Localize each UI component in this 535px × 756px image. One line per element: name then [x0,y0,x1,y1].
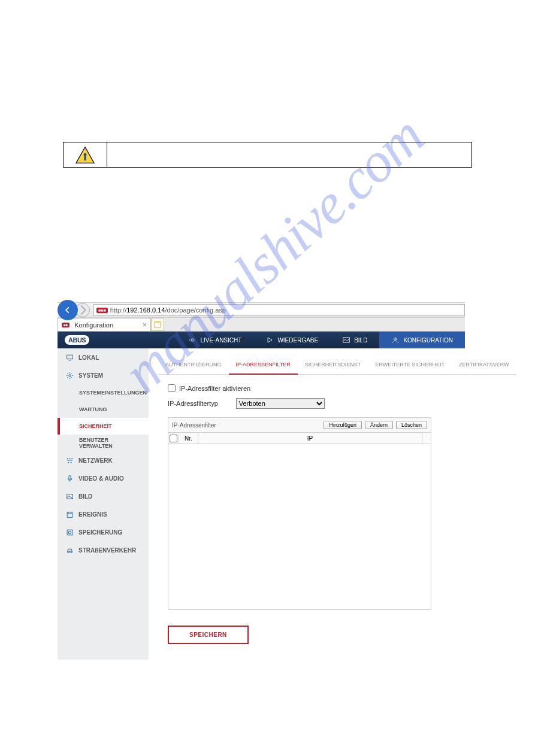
browser-window: ■■■ http://192.168.0.14/doc/page/config.… [58,302,465,660]
car-icon [66,546,74,554]
sidebar-item-label: STRAßENVERKEHR [78,547,136,554]
form-area: IP-Adressfilter aktivieren IP-Adressfilt… [158,375,516,644]
svg-point-16 [71,462,72,463]
play-icon [265,336,274,344]
edit-button[interactable]: Ändern [365,421,393,429]
svg-rect-4 [155,321,161,323]
filter-type-select[interactable]: Verboten [236,398,325,409]
ip-filter-table: IP-Adressenfilter Hinzufügen Ändern Lösc… [168,417,431,610]
address-bar: ■■■ http://192.168.0.14/doc/page/config.… [58,302,465,318]
sidebar-item-security[interactable]: SICHERHEIT [58,418,149,435]
svg-rect-17 [69,475,71,479]
sidebar-item-traffic[interactable]: STRAßENVERKEHR [58,541,149,559]
table-header: IP-Adressenfilter Hinzufügen Ändern Lösc… [168,418,431,432]
tab-ip-filter[interactable]: IP-ADRESSENFILTER [229,357,298,375]
gear-icon [66,372,74,379]
svg-rect-2 [84,156,86,160]
url-host: 192.168.0.14 [126,306,165,314]
warning-icon-cell [64,142,107,167]
sidebar-item-label: BENUTZER VERWALTEN [79,437,140,449]
sidebar-item-network[interactable]: NETZWERK [58,451,149,469]
url-prefix: http:// [110,306,127,314]
sidebar-item-video-audio[interactable]: VIDEO & AUDIO [58,469,149,487]
nav-picture[interactable]: BILD [330,332,379,348]
sidebar-item-image[interactable]: BILD [58,487,149,505]
table-title: IP-Adressenfilter [172,422,216,429]
nav-label: KONFIGURATION [403,337,453,344]
svg-point-5 [192,339,194,341]
sidebar-item-systemsettings[interactable]: SYSTEMEINSTELLUNGEN [58,384,149,401]
col-checkbox[interactable] [168,433,179,444]
enable-filter-checkbox[interactable] [168,384,176,392]
sidebar-item-label: WARTUNG [79,406,107,412]
sidebar-item-label: SPEICHERUNG [78,529,122,536]
new-tab-button[interactable] [151,318,164,331]
add-button[interactable]: Hinzufügen [324,421,362,429]
url-field[interactable]: ■■■ http://192.168.0.14/doc/page/config.… [93,304,465,316]
delete-button[interactable]: Löschen [396,421,427,429]
tab-cert-mgmt[interactable]: ZERTIFIKATSVERW [452,357,516,374]
app-header: ABUS LIVE-ANSICHT WIEDERGABE BILD KONFIG… [58,332,465,348]
svg-marker-6 [268,338,272,342]
filter-type-label: IP-Adressfiltertyp [168,400,218,407]
nav-configuration[interactable]: KONFIGURATION [379,332,465,348]
svg-rect-19 [67,512,72,517]
browser-tab[interactable]: ■■ Konfiguration × [58,318,151,331]
storage-icon [66,529,74,536]
sidebar-item-label: BILD [78,493,92,500]
main-area: LOKAL SYSTEM SYSTEMEINSTELLUNGEN WARTUNG… [58,348,465,660]
svg-point-10 [69,374,71,376]
picture-icon [342,336,350,344]
nav-label: BILD [354,337,367,344]
svg-point-13 [71,458,72,459]
enable-filter-row[interactable]: IP-Adressfilter aktivieren [168,384,516,392]
tab-title: Konfiguration [74,321,113,329]
eye-icon [188,336,197,344]
logo: ABUS [65,335,89,345]
warning-box [63,142,472,168]
warning-icon [75,146,95,164]
table-body [168,444,431,609]
sidebar-item-label: VIDEO & AUDIO [78,475,124,482]
sidebar-item-label: LOKAL [78,354,99,361]
svg-point-11 [67,458,68,459]
sidebar-item-users[interactable]: BENUTZER VERWALTEN [58,435,149,451]
save-button[interactable]: SPEICHERN [168,626,249,644]
svg-point-12 [69,458,70,459]
svg-point-24 [68,531,71,533]
tab-close-icon[interactable]: × [142,320,147,329]
svg-point-15 [68,462,69,463]
content-panel: AUTHENTIFIZIERUNG IP-ADRESSENFILTER SICH… [149,348,516,660]
tools-icon [391,336,400,344]
sidebar-item-system[interactable]: SYSTEM [58,366,149,384]
sidebar-item-storage[interactable]: SPEICHERUNG [58,523,149,541]
nav-live-view[interactable]: LIVE-ANSICHT [176,332,253,348]
network-icon [66,457,74,464]
back-button[interactable] [58,300,78,320]
svg-rect-8 [67,355,73,359]
col-ip: IP [198,433,422,444]
nav-playback[interactable]: WIEDERGABE [253,332,330,348]
sidebar-item-label: SYSTEM [78,372,103,379]
sidebar-item-event[interactable]: EREIGNIS [58,505,149,523]
tab-security-service[interactable]: SICHERHEITSDIENST [298,357,368,374]
tab-advanced-security[interactable]: ERWEITERTE SICHERHEIT [368,357,452,374]
sub-tabs: AUTHENTIFIZIERUNG IP-ADRESSENFILTER SICH… [158,357,516,375]
nav-label: LIVE-ANSICHT [200,337,241,344]
sidebar-item-maintenance[interactable]: WARTUNG [58,401,149,418]
sidebar-item-local[interactable]: LOKAL [58,348,149,366]
tab-authentication[interactable]: AUTHENTIFIZIERUNG [158,357,229,374]
url-path: /doc/page/config.asp [165,306,226,314]
tab-favicon: ■■ [62,323,69,327]
nav-label: WIEDERGABE [277,337,318,344]
sidebar-item-label: SICHERHEIT [79,423,112,429]
microphone-icon [66,475,74,482]
select-all-checkbox[interactable] [170,435,177,442]
enable-filter-label: IP-Adressfilter aktivieren [179,385,250,392]
sidebar-item-label: NETZWERK [78,457,113,464]
tab-row: ■■ Konfiguration × [58,318,465,332]
sidebar-item-label: EREIGNIS [78,511,107,518]
table-columns-row: Nr. IP [168,432,431,444]
sidebar: LOKAL SYSTEM SYSTEMEINSTELLUNGEN WARTUNG… [58,348,149,660]
calendar-icon [66,511,74,518]
